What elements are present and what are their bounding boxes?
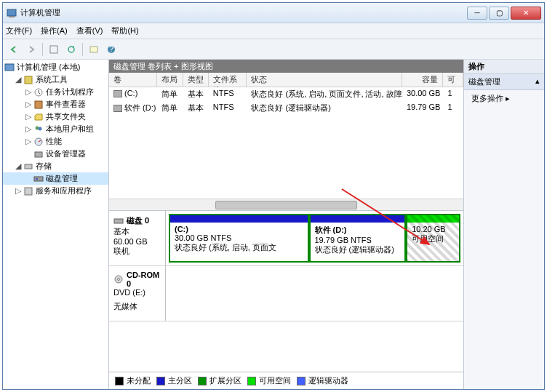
legend-item: 主分区 (156, 375, 192, 386)
volume-row[interactable]: (C:)简单基本NTFS状态良好 (系统, 启动, 页面文件, 活动, 故障转储… (109, 87, 463, 101)
disk-graphical-view[interactable]: 磁盘 0 基本 60.00 GB 联机 (C:)30.00 GB NTFS状态良… (109, 211, 463, 389)
horizontal-scrollbar[interactable] (109, 199, 463, 210)
volume-list[interactable]: 卷 布局 类型 文件系统 状态 容量 可 (C:)简单基本NTFS状态良好 (系… (109, 73, 463, 211)
nav-tree[interactable]: 计算机管理 (本地) ◢系统工具 ▷任务计划程序 ▷事件查看器 ▷共享文件夹 ▷… (3, 60, 109, 389)
tree-disk-management[interactable]: 磁盘管理 (3, 172, 108, 185)
svg-rect-17 (36, 178, 38, 180)
legend-item: 未分配 (115, 375, 151, 386)
actions-pane: 操作 磁盘管理▴ 更多操作 ▸ (464, 60, 544, 389)
svg-rect-16 (34, 177, 43, 181)
legend: 未分配主分区扩展分区可用空间逻辑驱动器 (109, 372, 463, 389)
volume-row[interactable]: 软件 (D:)简单基本NTFS状态良好 (逻辑驱动器)19.79 GB1 (109, 101, 463, 115)
content-area: 计算机管理 (本地) ◢系统工具 ▷任务计划程序 ▷事件查看器 ▷共享文件夹 ▷… (3, 60, 544, 389)
more-actions[interactable]: 更多操作 ▸ (464, 90, 544, 107)
svg-rect-2 (50, 46, 57, 53)
disk-icon (113, 216, 124, 226)
partition[interactable]: 10.20 GB可用空间 (406, 214, 460, 263)
col-layout[interactable]: 布局 (157, 73, 183, 87)
legend-item: 扩展分区 (198, 375, 241, 386)
tree-device-manager[interactable]: 设备管理器 (3, 148, 108, 160)
svg-rect-15 (25, 164, 32, 169)
toolbar-separator (82, 43, 83, 56)
partition[interactable]: (C:)30.00 GB NTFS状态良好 (系统, 启动, 页面文 (169, 214, 309, 263)
tree-performance[interactable]: ▷性能 (3, 135, 108, 148)
refresh-button[interactable] (63, 41, 79, 57)
toolbar-separator (42, 43, 43, 56)
disk-0-partitions: (C:)30.00 GB NTFS状态良好 (系统, 启动, 页面文软件 (D:… (166, 211, 463, 265)
col-filesystem[interactable]: 文件系统 (209, 73, 247, 87)
svg-rect-7 (5, 64, 14, 71)
col-type[interactable]: 类型 (183, 73, 209, 87)
svg-rect-0 (7, 9, 16, 16)
toolbar: ? (3, 39, 544, 60)
volume-rows[interactable]: (C:)简单基本NTFS状态良好 (系统, 启动, 页面文件, 活动, 故障转储… (109, 87, 463, 199)
svg-rect-1 (9, 16, 15, 17)
tree-root[interactable]: 计算机管理 (本地) (3, 61, 108, 73)
tree-shared-folders[interactable]: ▷共享文件夹 (3, 111, 108, 123)
col-status[interactable]: 状态 (247, 73, 402, 87)
column-headers[interactable]: 卷 布局 类型 文件系统 状态 容量 可 (109, 73, 463, 87)
actions-section[interactable]: 磁盘管理▴ (464, 74, 544, 90)
back-button[interactable] (6, 41, 22, 57)
cdrom-partitions (166, 266, 463, 321)
tree-systools[interactable]: ◢系统工具 (3, 73, 108, 86)
svg-rect-19 (114, 219, 123, 223)
tree-task-scheduler[interactable]: ▷任务计划程序 (3, 86, 108, 98)
cdrom-icon (113, 274, 124, 284)
close-button[interactable]: ✕ (511, 7, 541, 20)
main-panel: 磁盘管理 卷列表 + 图形视图 卷 布局 类型 文件系统 状态 容量 可 (C:… (109, 60, 464, 389)
window-title: 计算机管理 (20, 7, 467, 18)
panel-subheader: 磁盘管理 卷列表 + 图形视图 (109, 60, 463, 73)
menu-file[interactable]: 文件(F) (6, 25, 32, 36)
minimize-button[interactable]: ─ (467, 7, 487, 20)
partition[interactable]: 软件 (D:)19.79 GB NTFS状态良好 (逻辑驱动器) (309, 214, 407, 263)
cdrom-label[interactable]: CD-ROM 0 DVD (E:) 无媒体 (109, 266, 166, 321)
tree-event-viewer[interactable]: ▷事件查看器 (3, 98, 108, 111)
app-icon (6, 7, 17, 19)
disk-0-label[interactable]: 磁盘 0 基本 60.00 GB 联机 (109, 211, 166, 265)
actions-header: 操作 (464, 60, 544, 74)
expand-icon: ▴ (535, 76, 540, 87)
col-volume[interactable]: 卷 (109, 73, 157, 87)
col-free[interactable]: 可 (443, 73, 463, 87)
menubar: 文件(F) 操作(A) 查看(V) 帮助(H) (3, 23, 544, 39)
tree-storage[interactable]: ◢存储 (3, 160, 108, 172)
cdrom-row[interactable]: CD-ROM 0 DVD (E:) 无媒体 (109, 266, 463, 321)
menu-view[interactable]: 查看(V) (76, 25, 103, 36)
app-window: 计算机管理 ─ ▢ ✕ 文件(F) 操作(A) 查看(V) 帮助(H) ? 计算… (2, 2, 545, 390)
menu-help[interactable]: 帮助(H) (111, 25, 138, 36)
chevron-right-icon: ▸ (506, 94, 510, 103)
legend-item: 可用空间 (247, 375, 291, 386)
disk-0-row[interactable]: 磁盘 0 基本 60.00 GB 联机 (C:)30.00 GB NTFS状态良… (109, 211, 463, 266)
tree-local-users[interactable]: ▷本地用户和组 (3, 123, 108, 135)
scrollbar-thumb[interactable] (215, 201, 357, 209)
forward-button[interactable] (23, 41, 39, 57)
svg-rect-14 (35, 152, 42, 157)
menu-action[interactable]: 操作(A) (41, 25, 68, 36)
toolbar-btn-1[interactable] (46, 41, 62, 57)
svg-text:?: ? (109, 44, 113, 53)
svg-point-12 (39, 127, 42, 130)
tree-services[interactable]: ▷服务和应用程序 (3, 185, 108, 197)
svg-rect-18 (25, 188, 32, 195)
svg-point-21 (118, 279, 120, 281)
help-button[interactable]: ? (103, 41, 119, 57)
col-capacity[interactable]: 容量 (402, 73, 444, 87)
svg-rect-8 (25, 76, 32, 84)
svg-rect-4 (90, 47, 97, 52)
properties-button[interactable] (86, 41, 102, 57)
svg-rect-10 (35, 101, 42, 108)
legend-item: 逻辑驱动器 (297, 375, 348, 386)
titlebar[interactable]: 计算机管理 ─ ▢ ✕ (3, 3, 544, 23)
maximize-button[interactable]: ▢ (489, 7, 509, 20)
